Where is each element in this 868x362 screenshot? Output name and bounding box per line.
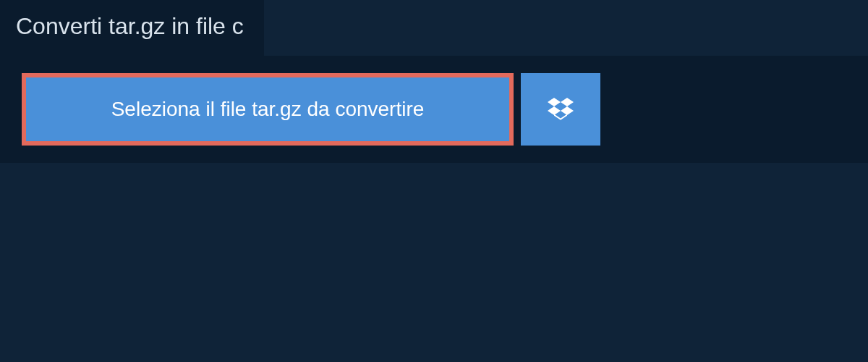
select-file-label: Seleziona il file tar.gz da convertire [111, 98, 425, 121]
select-file-button[interactable]: Seleziona il file tar.gz da convertire [22, 73, 514, 146]
page-title: Converti tar.gz in file c [16, 13, 244, 39]
dropbox-button[interactable] [521, 73, 600, 146]
dropbox-icon [548, 96, 574, 124]
upload-panel: Seleziona il file tar.gz da convertire [0, 56, 868, 163]
page-title-tab: Converti tar.gz in file c [0, 0, 264, 56]
